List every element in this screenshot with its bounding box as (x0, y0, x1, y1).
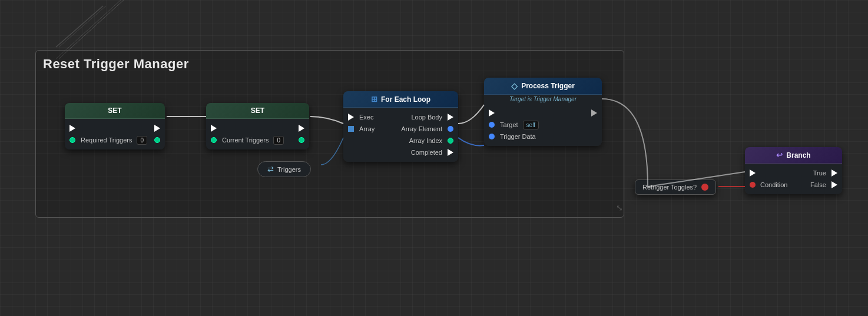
retrigger-node[interactable]: Retrigger Toggles? (635, 179, 716, 195)
process-target-pin (489, 122, 495, 128)
branch-exec-row: True (745, 167, 842, 179)
set1-pin-row: Required Triggers 0 (65, 134, 165, 146)
set2-exec-row (206, 122, 309, 134)
branch-condition-pin (750, 182, 756, 188)
set1-exec-row (65, 122, 165, 134)
foreach-node[interactable]: ⊞ For Each Loop Exec Loop Body Array (343, 91, 458, 162)
branch-exec-in (750, 169, 756, 177)
process-target-value: self (523, 121, 539, 129)
foreach-completed-pin (448, 149, 453, 156)
foreach-arrayindex-pin (448, 138, 453, 144)
comment-title: Reset Trigger Manager (43, 56, 189, 72)
set1-exec-out-pin (154, 125, 160, 132)
branch-node[interactable]: ↩ Branch True Condition False (745, 147, 842, 194)
process-exec-in (489, 109, 495, 117)
branch-false-pin (831, 181, 837, 188)
process-exec-out (591, 109, 597, 117)
set2-teal-pin-right (299, 137, 304, 143)
triggers-label: Triggers (277, 166, 301, 173)
foreach-completed-row: Completed (343, 147, 458, 158)
set1-exec-in-pin (69, 125, 75, 132)
foreach-body: Exec Loop Body Array Array Element (343, 108, 458, 162)
process-body: Target self Trigger Data (484, 104, 602, 146)
foreach-loopbody-pin (448, 114, 453, 121)
process-header: ◇ Process Trigger (484, 78, 602, 95)
process-icon: ◇ (511, 81, 518, 91)
blueprint-canvas[interactable]: Reset Trigger Manager SET Required Trigg… (0, 0, 868, 316)
retrigger-label: Retrigger Toggles? (642, 184, 697, 191)
process-exec-row (484, 107, 602, 119)
foreach-icon: ⊞ (371, 95, 377, 104)
triggers-icon: ⇄ (267, 165, 274, 174)
set-node-1[interactable]: SET Required Triggers 0 (65, 103, 165, 149)
set2-teal-pin-left (211, 137, 217, 143)
set1-header: SET (65, 103, 165, 119)
process-triggerdata-pin (489, 134, 495, 139)
svg-line-2 (56, 6, 103, 47)
set1-value-badge: 0 (137, 136, 147, 145)
retrigger-close-btn[interactable] (701, 184, 708, 191)
branch-header: ↩ Branch (745, 147, 842, 164)
svg-line-3 (59, 6, 106, 47)
foreach-exec-row: Exec Loop Body (343, 111, 458, 123)
set1-teal-pin-left (69, 137, 75, 143)
set1-body: Required Triggers 0 (65, 119, 165, 149)
process-target-row: Target self (484, 119, 602, 131)
set2-exec-out-pin (299, 125, 304, 132)
branch-body: True Condition False (745, 164, 842, 194)
triggers-button[interactable]: ⇄ Triggers (257, 161, 311, 177)
foreach-array-row: Array Array Element (343, 123, 458, 135)
set2-exec-in-pin (211, 125, 217, 132)
foreach-arrayelement-pin (448, 126, 453, 132)
process-triggerdata-row: Trigger Data (484, 131, 602, 142)
branch-condition-row: Condition False (745, 179, 842, 191)
set2-body: Current Triggers 0 (206, 119, 309, 149)
foreach-index-row: Array Index (343, 135, 458, 147)
set2-pin-row: Current Triggers 0 (206, 134, 309, 146)
process-trigger-node[interactable]: ◇ Process Trigger Target is Trigger Mana… (484, 78, 602, 146)
foreach-header: ⊞ For Each Loop (343, 91, 458, 108)
set1-teal-pin-right (154, 137, 160, 143)
set-node-2[interactable]: SET Current Triggers 0 (206, 103, 309, 149)
branch-true-pin (831, 169, 837, 177)
set2-header: SET (206, 103, 309, 119)
set2-value-badge: 0 (273, 136, 284, 145)
branch-icon: ↩ (776, 151, 783, 159)
process-subtitle: Target is Trigger Manager (484, 95, 602, 104)
foreach-array-in (348, 126, 354, 132)
foreach-exec-in (348, 114, 354, 121)
